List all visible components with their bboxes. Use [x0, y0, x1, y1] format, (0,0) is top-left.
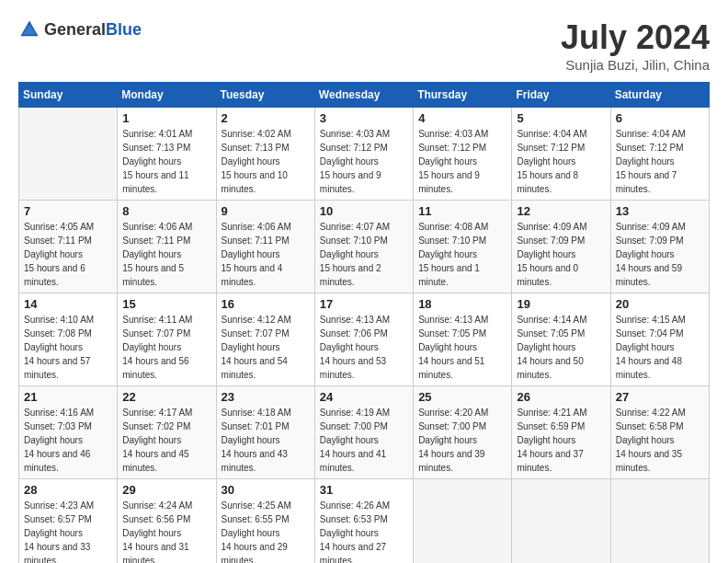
calendar-cell — [19, 108, 118, 201]
calendar-cell: 9 Sunrise: 4:06 AM Sunset: 7:11 PM Dayli… — [216, 201, 314, 293]
day-number: 22 — [122, 390, 210, 404]
day-info: Sunrise: 4:05 AM Sunset: 7:11 PM Dayligh… — [24, 220, 112, 289]
day-info: Sunrise: 4:06 AM Sunset: 7:11 PM Dayligh… — [222, 220, 310, 289]
calendar-cell: 17 Sunrise: 4:13 AM Sunset: 7:06 PM Dayl… — [314, 293, 413, 386]
calendar-cell: 22 Sunrise: 4:17 AM Sunset: 7:02 PM Dayl… — [118, 386, 216, 479]
day-info: Sunrise: 4:13 AM Sunset: 7:06 PM Dayligh… — [320, 313, 408, 382]
calendar-week-row: 1 Sunrise: 4:01 AM Sunset: 7:13 PM Dayli… — [19, 108, 710, 201]
col-friday: Friday — [512, 83, 610, 108]
header-row: Sunday Monday Tuesday Wednesday Thursday… — [19, 83, 710, 108]
day-number: 8 — [122, 204, 210, 218]
calendar-cell: 28 Sunrise: 4:23 AM Sunset: 6:57 PM Dayl… — [19, 479, 118, 564]
col-thursday: Thursday — [414, 83, 512, 108]
calendar-week-row: 7 Sunrise: 4:05 AM Sunset: 7:11 PM Dayli… — [19, 201, 710, 293]
calendar-cell: 2 Sunrise: 4:02 AM Sunset: 7:13 PM Dayli… — [216, 108, 314, 201]
day-number: 17 — [320, 297, 408, 311]
day-number: 25 — [418, 390, 506, 404]
day-number: 30 — [222, 483, 310, 497]
calendar-week-row: 14 Sunrise: 4:10 AM Sunset: 7:08 PM Dayl… — [19, 293, 710, 386]
day-info: Sunrise: 4:21 AM Sunset: 6:59 PM Dayligh… — [517, 406, 605, 475]
calendar-cell: 7 Sunrise: 4:05 AM Sunset: 7:11 PM Dayli… — [19, 201, 118, 293]
day-info: Sunrise: 4:09 AM Sunset: 7:09 PM Dayligh… — [517, 220, 605, 289]
calendar-cell: 24 Sunrise: 4:19 AM Sunset: 7:00 PM Dayl… — [314, 386, 413, 479]
calendar-cell: 11 Sunrise: 4:08 AM Sunset: 7:10 PM Dayl… — [414, 201, 512, 293]
calendar-cell: 25 Sunrise: 4:20 AM Sunset: 7:00 PM Dayl… — [414, 386, 512, 479]
day-info: Sunrise: 4:10 AM Sunset: 7:08 PM Dayligh… — [24, 313, 112, 382]
day-info: Sunrise: 4:23 AM Sunset: 6:57 PM Dayligh… — [24, 499, 112, 563]
day-info: Sunrise: 4:04 AM Sunset: 7:12 PM Dayligh… — [517, 127, 605, 196]
page-header: GeneralBlue July 2024 Sunjia Buzi, Jilin… — [18, 18, 710, 73]
day-info: Sunrise: 4:13 AM Sunset: 7:05 PM Dayligh… — [418, 313, 506, 382]
calendar-week-row: 21 Sunrise: 4:16 AM Sunset: 7:03 PM Dayl… — [19, 386, 710, 479]
day-info: Sunrise: 4:25 AM Sunset: 6:55 PM Dayligh… — [222, 499, 310, 563]
col-sunday: Sunday — [19, 83, 118, 108]
day-info: Sunrise: 4:07 AM Sunset: 7:10 PM Dayligh… — [320, 220, 408, 289]
calendar-cell: 3 Sunrise: 4:03 AM Sunset: 7:12 PM Dayli… — [314, 108, 413, 201]
day-info: Sunrise: 4:14 AM Sunset: 7:05 PM Dayligh… — [517, 313, 605, 382]
day-number: 5 — [517, 111, 605, 125]
calendar-cell: 26 Sunrise: 4:21 AM Sunset: 6:59 PM Dayl… — [512, 386, 610, 479]
calendar-table: Sunday Monday Tuesday Wednesday Thursday… — [18, 82, 710, 563]
calendar-cell: 16 Sunrise: 4:12 AM Sunset: 7:07 PM Dayl… — [216, 293, 314, 386]
logo-text: GeneralBlue — [44, 20, 142, 40]
day-info: Sunrise: 4:16 AM Sunset: 7:03 PM Dayligh… — [24, 406, 112, 475]
day-info: Sunrise: 4:18 AM Sunset: 7:01 PM Dayligh… — [222, 406, 310, 475]
day-number: 13 — [616, 204, 704, 218]
day-info: Sunrise: 4:03 AM Sunset: 7:12 PM Dayligh… — [418, 127, 506, 196]
calendar-cell: 23 Sunrise: 4:18 AM Sunset: 7:01 PM Dayl… — [216, 386, 314, 479]
day-number: 3 — [320, 111, 408, 125]
day-number: 31 — [320, 483, 408, 497]
calendar-cell: 31 Sunrise: 4:26 AM Sunset: 6:53 PM Dayl… — [314, 479, 413, 564]
calendar-cell: 19 Sunrise: 4:14 AM Sunset: 7:05 PM Dayl… — [512, 293, 610, 386]
day-info: Sunrise: 4:04 AM Sunset: 7:12 PM Dayligh… — [616, 127, 704, 196]
col-monday: Monday — [118, 83, 216, 108]
calendar-week-row: 28 Sunrise: 4:23 AM Sunset: 6:57 PM Dayl… — [19, 479, 710, 564]
col-tuesday: Tuesday — [216, 83, 314, 108]
day-number: 26 — [517, 390, 605, 404]
day-info: Sunrise: 4:15 AM Sunset: 7:04 PM Dayligh… — [616, 313, 704, 382]
day-number: 21 — [24, 390, 112, 404]
day-number: 29 — [122, 483, 210, 497]
calendar-cell: 5 Sunrise: 4:04 AM Sunset: 7:12 PM Dayli… — [512, 108, 610, 201]
day-number: 9 — [222, 204, 310, 218]
day-info: Sunrise: 4:17 AM Sunset: 7:02 PM Dayligh… — [122, 406, 210, 475]
day-number: 28 — [24, 483, 112, 497]
day-info: Sunrise: 4:06 AM Sunset: 7:11 PM Dayligh… — [122, 220, 210, 289]
day-number: 7 — [24, 204, 112, 218]
calendar-cell: 1 Sunrise: 4:01 AM Sunset: 7:13 PM Dayli… — [118, 108, 216, 201]
day-number: 23 — [222, 390, 310, 404]
day-number: 1 — [122, 111, 210, 125]
day-info: Sunrise: 4:02 AM Sunset: 7:13 PM Dayligh… — [222, 127, 310, 196]
calendar-cell: 14 Sunrise: 4:10 AM Sunset: 7:08 PM Dayl… — [19, 293, 118, 386]
day-info: Sunrise: 4:19 AM Sunset: 7:00 PM Dayligh… — [320, 406, 408, 475]
day-info: Sunrise: 4:03 AM Sunset: 7:12 PM Dayligh… — [320, 127, 408, 196]
logo: GeneralBlue — [18, 18, 142, 40]
col-wednesday: Wednesday — [314, 83, 413, 108]
day-info: Sunrise: 4:12 AM Sunset: 7:07 PM Dayligh… — [222, 313, 310, 382]
day-number: 27 — [616, 390, 704, 404]
calendar-cell — [610, 479, 709, 564]
calendar-cell: 29 Sunrise: 4:24 AM Sunset: 6:56 PM Dayl… — [118, 479, 216, 564]
day-number: 11 — [418, 204, 506, 218]
calendar-cell: 21 Sunrise: 4:16 AM Sunset: 7:03 PM Dayl… — [19, 386, 118, 479]
calendar-location: Sunjia Buzi, Jilin, China — [561, 57, 710, 73]
calendar-cell: 8 Sunrise: 4:06 AM Sunset: 7:11 PM Dayli… — [118, 201, 216, 293]
calendar-cell: 12 Sunrise: 4:09 AM Sunset: 7:09 PM Dayl… — [512, 201, 610, 293]
day-number: 14 — [24, 297, 112, 311]
day-info: Sunrise: 4:22 AM Sunset: 6:58 PM Dayligh… — [616, 406, 704, 475]
day-info: Sunrise: 4:01 AM Sunset: 7:13 PM Dayligh… — [122, 127, 210, 196]
calendar-cell — [414, 479, 512, 564]
calendar-cell: 18 Sunrise: 4:13 AM Sunset: 7:05 PM Dayl… — [414, 293, 512, 386]
calendar-cell — [512, 479, 610, 564]
day-number: 4 — [418, 111, 506, 125]
calendar-header: Sunday Monday Tuesday Wednesday Thursday… — [19, 83, 710, 108]
day-info: Sunrise: 4:24 AM Sunset: 6:56 PM Dayligh… — [122, 499, 210, 563]
day-number: 19 — [517, 297, 605, 311]
calendar-cell: 15 Sunrise: 4:11 AM Sunset: 7:07 PM Dayl… — [118, 293, 216, 386]
day-number: 24 — [320, 390, 408, 404]
day-number: 15 — [122, 297, 210, 311]
calendar-cell: 30 Sunrise: 4:25 AM Sunset: 6:55 PM Dayl… — [216, 479, 314, 564]
day-number: 2 — [222, 111, 310, 125]
day-number: 6 — [616, 111, 704, 125]
calendar-body: 1 Sunrise: 4:01 AM Sunset: 7:13 PM Dayli… — [19, 108, 710, 564]
